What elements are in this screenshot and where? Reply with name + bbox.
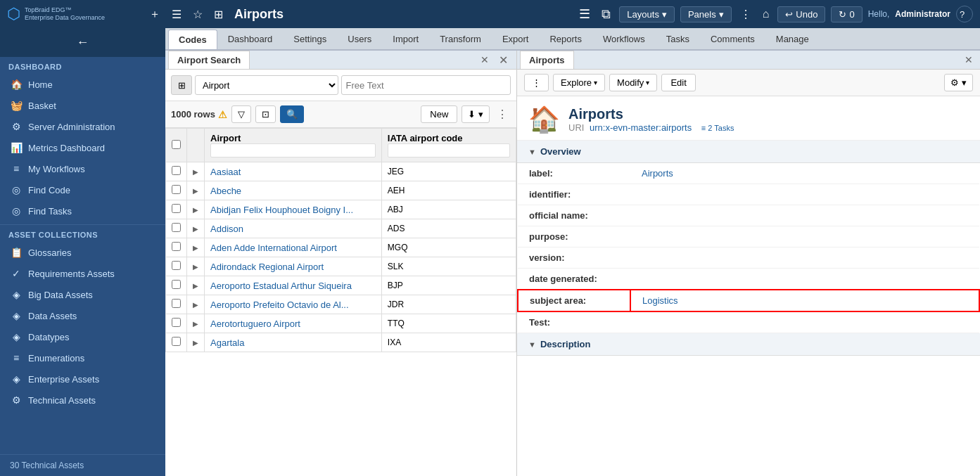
- sidebar-item-big-data-assets[interactable]: ◈ Big Data Assets: [0, 284, 165, 305]
- search-type-select[interactable]: Airport: [195, 75, 338, 95]
- expand-arrow[interactable]: ▶: [193, 301, 198, 309]
- star-button[interactable]: ☆: [190, 6, 205, 22]
- sidebar-item-server-administration[interactable]: ⚙ Server Administration: [0, 116, 165, 137]
- airport-name-link[interactable]: Addison: [210, 224, 243, 234]
- right-panel-tab-airports[interactable]: Airports: [520, 51, 574, 69]
- resource-tasks[interactable]: ≡ 2 Tasks: [701, 124, 734, 132]
- airport-name-link[interactable]: Aeroporto Prefeito Octavio de Al...: [210, 300, 349, 310]
- sidebar-item-basket[interactable]: 🧺 Basket: [0, 95, 165, 116]
- row-checkbox[interactable]: [172, 223, 181, 232]
- expand-arrow[interactable]: ▶: [193, 168, 198, 176]
- filter-button[interactable]: ▽: [231, 105, 251, 123]
- overview-section-header[interactable]: ▼ Overview: [517, 141, 980, 163]
- tab-settings[interactable]: Settings: [283, 29, 337, 49]
- select-all-checkbox[interactable]: [172, 140, 181, 149]
- tab-tasks[interactable]: Tasks: [656, 29, 700, 49]
- layouts-button[interactable]: Layouts ▾: [619, 6, 675, 22]
- row-checkbox[interactable]: [172, 261, 181, 270]
- redo-button[interactable]: ↻ 0: [831, 6, 862, 22]
- columns-button[interactable]: ⊡: [255, 105, 276, 123]
- airport-name-link[interactable]: Aeroporto Estadual Arthur Siqueira: [210, 281, 352, 291]
- airport-name-link[interactable]: Adirondack Regional Airport: [210, 262, 324, 272]
- row-checkbox[interactable]: [172, 280, 181, 289]
- sidebar-item-datatypes[interactable]: ◈ Datatypes: [0, 326, 165, 347]
- tab-reports[interactable]: Reports: [539, 29, 592, 49]
- export-button[interactable]: ⬇ ▾: [462, 105, 490, 123]
- panels-button[interactable]: Panels ▾: [680, 6, 732, 22]
- expand-arrow[interactable]: ▶: [193, 320, 198, 328]
- overview-field-value[interactable]: Logistics: [642, 295, 678, 306]
- edit-button[interactable]: Edit: [661, 74, 695, 91]
- airport-name-link[interactable]: Abidjan Felix Houphouet Boigny I...: [210, 205, 353, 215]
- sidebar-item-data-assets[interactable]: ◈ Data Assets: [0, 305, 165, 326]
- tab-import[interactable]: Import: [382, 29, 429, 49]
- more-options-btn[interactable]: ⋮: [524, 74, 549, 91]
- table-more-options[interactable]: ⋮: [494, 106, 511, 122]
- expand-arrow[interactable]: ▶: [193, 282, 198, 290]
- tab-export[interactable]: Export: [492, 29, 540, 49]
- sidebar-back-button[interactable]: ←: [0, 28, 165, 57]
- sidebar-item-home[interactable]: 🏠 Home: [0, 74, 165, 95]
- help-button[interactable]: ?: [956, 6, 973, 22]
- row-checkbox[interactable]: [172, 318, 181, 327]
- row-checkbox[interactable]: [172, 166, 181, 175]
- row-checkbox[interactable]: [172, 242, 181, 251]
- sidebar-item-enumerations[interactable]: ≡ Enumerations: [0, 347, 165, 368]
- hamburger-button[interactable]: ☰: [169, 6, 184, 22]
- add-button[interactable]: ＋: [146, 6, 163, 23]
- airport-name-link[interactable]: Aasiaat: [210, 167, 241, 177]
- tab-workflows[interactable]: Workflows: [592, 29, 656, 49]
- sidebar-item-find-code[interactable]: ◎ Find Code: [0, 179, 165, 200]
- expand-arrow[interactable]: ▶: [193, 244, 198, 252]
- iata-filter-input[interactable]: [388, 143, 510, 157]
- row-checkbox[interactable]: [172, 185, 181, 194]
- row-checkbox[interactable]: [172, 337, 181, 346]
- explore-button[interactable]: Explore ▾: [553, 74, 605, 91]
- expand-arrow[interactable]: ▶: [193, 187, 198, 195]
- sidebar-item-my-workflows[interactable]: ≡ My Workflows: [0, 158, 165, 179]
- tab-codes[interactable]: Codes: [168, 30, 217, 49]
- user-name[interactable]: Administrator: [895, 9, 950, 19]
- undo-button[interactable]: ↩ Undo: [777, 6, 825, 22]
- airport-name-link[interactable]: Aden Adde International Airport: [210, 243, 337, 253]
- row-checkbox[interactable]: [172, 299, 181, 308]
- sidebar-item-glossaries[interactable]: 📋 Glossaries: [0, 242, 165, 263]
- airport-name-link[interactable]: Aerotortuguero Airport: [210, 319, 300, 329]
- gear-button[interactable]: ⚙ ▾: [944, 74, 973, 91]
- overview-field-value[interactable]: Airports: [642, 168, 673, 179]
- modify-button[interactable]: Modify ▾: [609, 74, 657, 91]
- description-section-header[interactable]: ▼ Description: [517, 333, 980, 356]
- row-checkbox[interactable]: [172, 204, 181, 213]
- airport-name-link[interactable]: Agartala: [210, 337, 244, 348]
- tab-users[interactable]: Users: [337, 29, 382, 49]
- grid-button[interactable]: ⊞: [211, 6, 226, 22]
- tab-dashboard[interactable]: Dashboard: [217, 29, 284, 49]
- expand-arrow[interactable]: ▶: [193, 339, 198, 347]
- expand-arrow[interactable]: ▶: [193, 206, 198, 214]
- sidebar-item-enterprise-assets[interactable]: ◈ Enterprise Assets: [0, 368, 165, 390]
- new-button[interactable]: New: [421, 105, 457, 123]
- airport-filter-input[interactable]: [210, 143, 376, 157]
- panel-main-close-button[interactable]: ✕: [493, 52, 514, 68]
- expand-arrow[interactable]: ▶: [193, 225, 198, 233]
- sidebar-item-find-tasks[interactable]: ◎ Find Tasks: [0, 200, 165, 221]
- tab-transform[interactable]: Transform: [429, 29, 492, 49]
- more-options-button[interactable]: ⋮: [737, 6, 754, 22]
- search-button[interactable]: 🔍: [280, 105, 304, 123]
- uri-value[interactable]: urn:x-evn-master:airports: [590, 122, 692, 133]
- sidebar-item-metrics-dashboard[interactable]: 📊 Metrics Dashboard: [0, 137, 165, 158]
- sidebar-item-technical-assets[interactable]: ⚙ Technical Assets: [0, 390, 165, 411]
- search-panel-close-button[interactable]: ✕: [476, 53, 493, 67]
- search-form-icon[interactable]: ⊞: [171, 75, 192, 95]
- tab-manage[interactable]: Manage: [765, 29, 820, 49]
- list-view-button[interactable]: ☰: [576, 5, 593, 23]
- tab-comments[interactable]: Comments: [700, 29, 765, 49]
- search-text-input[interactable]: [341, 75, 511, 95]
- sidebar-item-requirements-assets[interactable]: ✓ Requirements Assets: [0, 263, 165, 284]
- search-panel-tab[interactable]: Airport Search: [168, 51, 250, 69]
- right-panel-close-button[interactable]: ✕: [960, 53, 977, 67]
- airport-name-link[interactable]: Abeche: [210, 186, 241, 196]
- home-button[interactable]: ⌂: [760, 6, 772, 22]
- expand-arrow[interactable]: ▶: [193, 263, 198, 271]
- layer-view-button[interactable]: ⧉: [599, 6, 613, 23]
